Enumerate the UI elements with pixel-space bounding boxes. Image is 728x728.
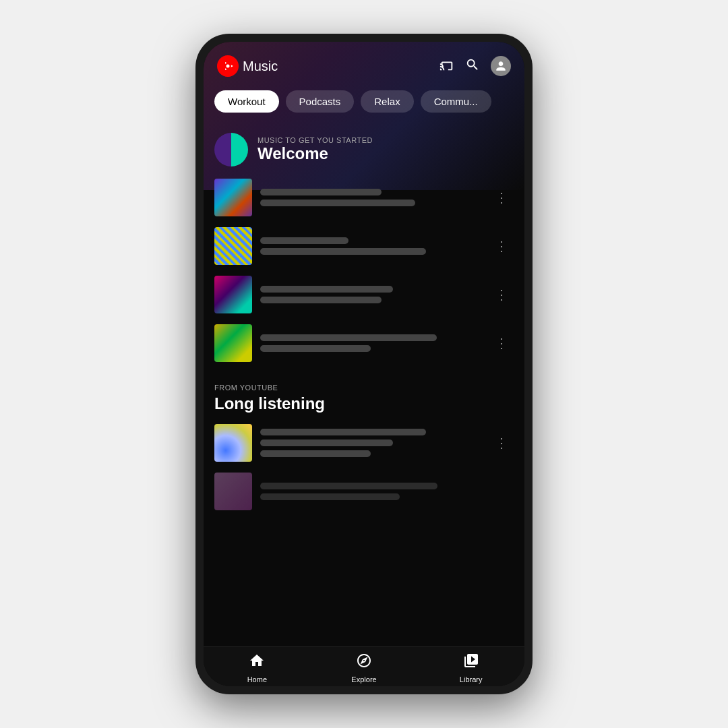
welcome-title-group: MUSIC TO GET YOU STARTED Welcome (257, 136, 373, 163)
track-more-button[interactable]: ⋮ (489, 281, 514, 308)
home-icon (249, 653, 265, 673)
explore-icon (356, 653, 372, 673)
chip-podcasts[interactable]: Podcasts (286, 90, 355, 113)
track-item: ⋮ (214, 319, 514, 367)
track-title-line (260, 286, 393, 293)
track-item: ⋮ (214, 222, 514, 270)
track-thumbnail[interactable] (214, 324, 252, 362)
track-info (260, 189, 481, 206)
track-item (214, 467, 514, 516)
track-thumbnail[interactable] (214, 424, 252, 462)
welcome-section-header: MUSIC TO GET YOU STARTED Welcome (204, 119, 524, 173)
category-chips: Workout Podcasts Relax Commu... (204, 84, 524, 119)
track-subtitle-line (260, 345, 371, 352)
track-title-line (260, 483, 437, 489)
long-listening-subtitle: FROM YOUTUBE (214, 384, 514, 392)
track-info (260, 237, 481, 255)
cast-icon[interactable] (439, 57, 454, 75)
track-thumbnail[interactable] (214, 227, 252, 265)
header-actions (439, 56, 511, 76)
nav-home-label: Home (247, 675, 267, 684)
phone-device: Music (195, 34, 533, 694)
welcome-section-icon (214, 133, 248, 166)
track-title-line (260, 237, 348, 244)
search-icon[interactable] (465, 57, 480, 75)
track-detail-line (260, 450, 371, 457)
track-info (260, 429, 481, 457)
welcome-track-list: ⋮ ⋮ ⋮ (204, 173, 524, 367)
app-logo[interactable]: Music (217, 55, 278, 77)
track-subtitle-line (260, 248, 426, 255)
track-info (260, 483, 514, 500)
chip-workout[interactable]: Workout (214, 90, 279, 113)
track-thumbnail[interactable] (214, 179, 252, 216)
track-subtitle-line (260, 439, 393, 446)
yt-music-logo-icon (217, 55, 239, 77)
main-content: MUSIC TO GET YOU STARTED Welcome ⋮ (204, 119, 524, 646)
svg-point-3 (226, 65, 230, 68)
long-listening-title: Long listening (214, 394, 514, 413)
app-name: Music (243, 59, 278, 74)
track-item: ⋮ (214, 419, 514, 467)
track-info (260, 286, 481, 303)
bottom-navigation: Home Explore Library (204, 646, 524, 686)
library-icon (463, 653, 479, 673)
track-item: ⋮ (214, 173, 514, 222)
track-more-button[interactable]: ⋮ (489, 330, 514, 357)
track-more-button[interactable]: ⋮ (489, 429, 514, 456)
nav-item-home[interactable]: Home (204, 653, 311, 684)
track-thumbnail[interactable] (214, 473, 252, 510)
track-subtitle-line (260, 493, 400, 500)
phone-screen: Music (204, 42, 524, 686)
track-title-line (260, 189, 382, 195)
app-header: Music (204, 42, 524, 84)
track-info (260, 334, 481, 352)
nav-library-label: Library (460, 675, 483, 684)
track-more-button[interactable]: ⋮ (489, 233, 514, 260)
chip-relax[interactable]: Relax (361, 90, 413, 113)
track-title-line (260, 334, 437, 341)
track-subtitle-line (260, 200, 415, 206)
welcome-subtitle: MUSIC TO GET YOU STARTED (257, 136, 373, 144)
welcome-title: Welcome (257, 144, 373, 163)
track-title-line (260, 429, 426, 435)
track-thumbnail[interactable] (214, 276, 252, 313)
track-item: ⋮ (214, 270, 514, 319)
long-listening-track-list: ⋮ (204, 419, 524, 516)
chip-community[interactable]: Commu... (421, 90, 491, 113)
profile-icon[interactable] (491, 56, 511, 76)
track-more-button[interactable]: ⋮ (489, 184, 514, 211)
track-subtitle-line (260, 297, 382, 303)
nav-item-explore[interactable]: Explore (311, 653, 418, 684)
nav-item-library[interactable]: Library (417, 653, 524, 684)
nav-explore-label: Explore (351, 675, 376, 684)
long-listening-section-header: FROM YOUTUBE Long listening (204, 367, 524, 419)
